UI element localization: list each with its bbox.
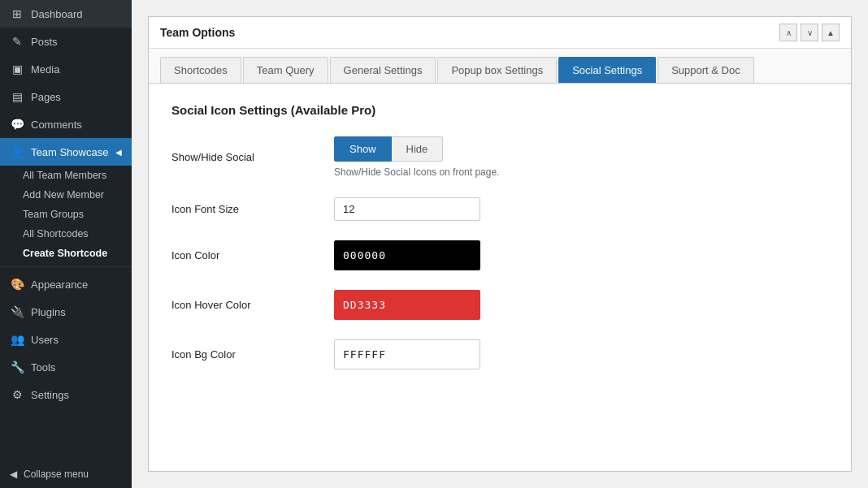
sidebar-item-settings[interactable]: ⚙ Settings bbox=[0, 381, 132, 408]
panel-controls: ∧ ∨ ▲ bbox=[779, 24, 840, 41]
icon-hover-color-swatch[interactable]: DD3333 bbox=[334, 290, 480, 320]
sidebar-item-label: Users bbox=[31, 334, 59, 346]
sidebar-item-label: Pages bbox=[31, 91, 61, 103]
tabs-bar: Shortcodes Team Query General Settings P… bbox=[149, 49, 851, 84]
icon-color-row: Icon Color 000000 bbox=[171, 240, 828, 270]
users-icon: 👥 bbox=[10, 332, 24, 347]
submenu-all-team-members[interactable]: All Team Members bbox=[0, 166, 132, 185]
hide-toggle-btn[interactable]: Hide bbox=[392, 136, 444, 162]
sidebar-item-label: Posts bbox=[31, 36, 58, 48]
collapse-icon: ◀ bbox=[10, 469, 17, 480]
icon-bg-color-swatch[interactable]: FFFFFF bbox=[334, 339, 480, 369]
sidebar-item-appearance[interactable]: 🎨 Appearance bbox=[0, 270, 132, 298]
sidebar-item-label: Comments bbox=[31, 119, 82, 131]
show-hide-toggle: Show Hide bbox=[334, 136, 828, 162]
show-toggle-btn[interactable]: Show bbox=[334, 136, 392, 162]
submenu-add-new-member[interactable]: Add New Member bbox=[0, 185, 132, 205]
sidebar-item-dashboard[interactable]: ⊞ Dashboard bbox=[0, 0, 132, 28]
collapse-label: Collapse menu bbox=[24, 469, 89, 480]
sidebar-item-label: Team Showcase bbox=[31, 146, 108, 158]
sidebar-item-pages[interactable]: ▤ Pages bbox=[0, 83, 132, 110]
panel-collapse-btn[interactable]: ∧ bbox=[779, 24, 797, 41]
tools-icon: 🔧 bbox=[10, 360, 24, 374]
dashboard-icon: ⊞ bbox=[10, 6, 24, 21]
panel-header: Team Options ∧ ∨ ▲ bbox=[149, 17, 851, 49]
sidebar-item-label: Dashboard bbox=[31, 8, 83, 20]
icon-font-size-label: Icon Font Size bbox=[171, 203, 318, 215]
sidebar-item-posts[interactable]: ✎ Posts bbox=[0, 28, 132, 55]
sidebar-item-label: Settings bbox=[31, 389, 69, 401]
team-options-panel: Team Options ∧ ∨ ▲ Shortcodes Team Query… bbox=[148, 16, 852, 472]
appearance-icon: 🎨 bbox=[10, 277, 24, 292]
sidebar-item-team-showcase[interactable]: 👤 Team Showcase ◀ bbox=[0, 138, 132, 166]
sidebar-item-users[interactable]: 👥 Users bbox=[0, 326, 132, 353]
icon-hover-color-label: Icon Hover Color bbox=[171, 299, 318, 311]
tab-social-settings[interactable]: Social Settings bbox=[558, 57, 656, 83]
sidebar-item-label: Plugins bbox=[31, 306, 66, 318]
active-indicator: ◀ bbox=[115, 148, 122, 157]
sidebar-item-plugins[interactable]: 🔌 Plugins bbox=[0, 298, 132, 326]
panel-title: Team Options bbox=[160, 26, 235, 39]
sidebar: ⊞ Dashboard ✎ Posts ▣ Media ▤ Pages 💬 Co… bbox=[0, 0, 132, 488]
icon-font-size-value bbox=[334, 197, 828, 221]
show-hide-social-value: Show Hide Show/Hide Social Icons on fron… bbox=[334, 136, 828, 178]
submenu-all-shortcodes[interactable]: All Shortcodes bbox=[0, 224, 132, 244]
media-icon: ▣ bbox=[10, 62, 24, 76]
posts-icon: ✎ bbox=[10, 34, 24, 49]
icon-color-label: Icon Color bbox=[171, 249, 318, 261]
submenu-create-shortcode[interactable]: Create Shortcode bbox=[0, 244, 132, 263]
sidebar-item-label: Tools bbox=[31, 361, 55, 374]
icon-bg-color-row: Icon Bg Color FFFFFF bbox=[171, 339, 828, 369]
panel-maximize-btn[interactable]: ▲ bbox=[822, 24, 840, 41]
icon-bg-color-label: Icon Bg Color bbox=[171, 348, 318, 361]
tab-general-settings[interactable]: General Settings bbox=[330, 57, 436, 83]
sidebar-divider bbox=[0, 266, 132, 267]
main-content: Team Options ∧ ∨ ▲ Shortcodes Team Query… bbox=[132, 0, 868, 488]
sidebar-item-tools[interactable]: 🔧 Tools bbox=[0, 353, 132, 381]
icon-hover-color-value: DD3333 bbox=[334, 290, 828, 320]
tab-support-doc[interactable]: Support & Doc bbox=[658, 57, 754, 83]
comments-icon: 💬 bbox=[10, 117, 24, 132]
tab-shortcodes[interactable]: Shortcodes bbox=[160, 57, 241, 83]
collapse-menu[interactable]: ◀ Collapse menu bbox=[0, 460, 132, 488]
pages-icon: ▤ bbox=[10, 89, 24, 104]
sidebar-item-label: Appearance bbox=[31, 279, 88, 291]
panel-body: Social Icon Settings (Available Pro) Sho… bbox=[149, 84, 851, 408]
plugins-icon: 🔌 bbox=[10, 304, 24, 319]
show-hide-social-row: Show/Hide Social Show Hide Show/Hide Soc… bbox=[171, 136, 828, 178]
icon-font-size-row: Icon Font Size bbox=[171, 197, 828, 221]
panel-expand-btn[interactable]: ∨ bbox=[801, 24, 818, 41]
tab-team-query[interactable]: Team Query bbox=[243, 57, 328, 83]
sidebar-item-label: Media bbox=[31, 63, 59, 76]
team-showcase-icon: 👤 bbox=[10, 145, 24, 159]
icon-color-value: 000000 bbox=[334, 240, 828, 270]
show-hide-social-label: Show/Hide Social bbox=[171, 151, 318, 163]
submenu-team-groups[interactable]: Team Groups bbox=[0, 205, 132, 224]
section-title: Social Icon Settings (Available Pro) bbox=[171, 103, 828, 117]
sidebar-item-media[interactable]: ▣ Media bbox=[0, 55, 132, 83]
sidebar-item-comments[interactable]: 💬 Comments bbox=[0, 110, 132, 138]
icon-font-size-input[interactable] bbox=[334, 197, 480, 221]
icon-bg-color-value: FFFFFF bbox=[334, 339, 828, 369]
icon-hover-color-row: Icon Hover Color DD3333 bbox=[171, 290, 828, 320]
tab-popup-box-settings[interactable]: Popup box Settings bbox=[437, 57, 557, 83]
show-hide-help: Show/Hide Social Icons on front page. bbox=[334, 166, 828, 178]
settings-icon: ⚙ bbox=[10, 387, 24, 402]
icon-color-swatch[interactable]: 000000 bbox=[334, 240, 480, 270]
